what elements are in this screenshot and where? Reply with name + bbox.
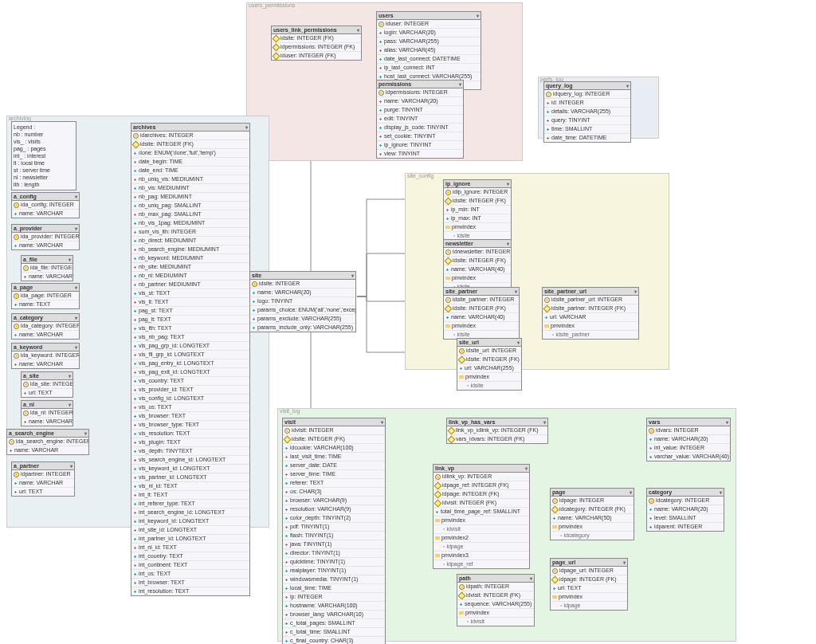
column-icon	[379, 117, 382, 121]
table-header[interactable]: page_url	[551, 559, 627, 567]
table-a_provider[interactable]: a_providerida_provider: INTEGERname: VAR…	[11, 224, 80, 250]
table-header[interactable]: users	[377, 12, 481, 20]
table-header[interactable]: a_site	[22, 372, 73, 380]
table-site_url[interactable]: site_urlidsite_url: INTEGERidsite: INTEG…	[457, 338, 522, 391]
table-header[interactable]: a_category	[12, 314, 79, 322]
table-a_file[interactable]: a_fileida_file: INTEGERname: VARCHAR	[21, 255, 73, 281]
table-archives[interactable]: archivesidarchives: INTEGERidsite: INTEG…	[131, 123, 250, 596]
table-header[interactable]: path	[457, 575, 534, 583]
foreign-key-icon	[551, 505, 559, 513]
column-label: ida_search_engine: INTEGER	[16, 438, 88, 446]
column-icon	[133, 467, 137, 471]
table-header[interactable]: link_vp_has_vars	[447, 418, 547, 426]
column-label: browser_lang: VARCHAR(10)	[290, 611, 363, 618]
table-header[interactable]: site_partner	[444, 288, 519, 296]
table-title: category	[649, 489, 672, 495]
table-users_link_permissions[interactable]: users_link_permissionsidsite: INTEGER (F…	[271, 26, 362, 61]
table-a_category[interactable]: a_categoryida_category: INTEGERname: VAR…	[11, 313, 80, 340]
table-header[interactable]: permissions	[377, 80, 463, 88]
table-header[interactable]: site_url	[457, 339, 521, 347]
foreign-key-icon	[445, 304, 453, 312]
column-label: int_nl_id: TEXT	[139, 544, 177, 552]
table-header[interactable]: link_vp	[434, 465, 529, 473]
table-newsletter[interactable]: newsletteridnewsletter: INTEGERidsite: I…	[443, 239, 512, 292]
table-site[interactable]: siteidsite: INTEGERname: VARCHAR(20)logo…	[249, 271, 356, 332]
column-icon	[445, 268, 449, 272]
table-header[interactable]: a_file	[22, 256, 73, 264]
table-header[interactable]: a_config	[12, 193, 79, 201]
table-row: name: VARCHAR(40)	[444, 265, 511, 274]
table-ip_ignore[interactable]: ip_ignoreidip_ignore: INTEGERidsite: INT…	[443, 179, 512, 241]
table-header[interactable]: a_search_engine	[7, 430, 88, 438]
table-row: name: VARCHAR	[12, 331, 79, 339]
table-a_config[interactable]: a_configida_config: INTEGERname: VARCHAR	[11, 192, 80, 218]
column-icon	[284, 560, 288, 564]
column-label: idparent: INTEGER	[654, 523, 702, 531]
table-vars[interactable]: varsidvars: INTEGERname: VARCHAR(20)int_…	[646, 418, 731, 461]
table-header[interactable]: site	[250, 272, 355, 280]
table-header[interactable]: a_keyword	[12, 344, 79, 351]
table-header[interactable]: a_partner	[12, 462, 74, 470]
column-icon	[133, 406, 137, 410]
table-header[interactable]: a_provider	[12, 225, 79, 233]
table-row: name: VARCHAR	[7, 446, 88, 454]
table-header[interactable]: page	[551, 489, 634, 497]
table-row: int_country: TEXT	[131, 552, 249, 561]
table-path[interactable]: pathidpath: INTEGERidvisit: INTEGER (FK)…	[457, 574, 535, 626]
table-row: realplayer: TINYINT(1)	[283, 567, 385, 575]
table-header[interactable]: a_nl	[22, 401, 73, 409]
table-a_page[interactable]: a_pageida_page: INTEGERname: TEXT	[11, 283, 80, 309]
table-row: done: ENUM('done','full','temp')	[131, 149, 249, 158]
table-page_url[interactable]: page_urlidpage_url: INTEGERidpage: INTEG…	[550, 558, 628, 611]
table-link_vp_has_vars[interactable]: link_vp_has_varslink_vp_idlink_vp: INTEG…	[446, 418, 548, 444]
legend-line: vis_ : visits	[14, 138, 74, 145]
column-label: pmvindex	[551, 322, 575, 330]
table-category[interactable]: categoryidcategory: INTEGERname: VARCHAR…	[646, 488, 724, 532]
table-query_log[interactable]: query_logidquery_log: INTEGERid: INTEGER…	[543, 81, 631, 143]
table-site_partner[interactable]: site_partneridsite_partner: INTEGERidsit…	[443, 287, 520, 340]
table-header[interactable]: visit	[283, 418, 385, 426]
table-link_vp[interactable]: link_vpidlink_vp: INTEGERidpage_ref: INT…	[433, 464, 530, 569]
column-label: int_continent: TEXT	[139, 561, 187, 569]
table-row: idsite: INTEGER	[250, 280, 355, 289]
column-icon	[133, 187, 137, 190]
column-label: nb_direct: MEDIUMINT	[139, 237, 196, 245]
table-a_site[interactable]: a_siteida_site: INTEGERurl: TEXT	[21, 371, 73, 398]
table-header[interactable]: archives	[131, 124, 249, 132]
table-users[interactable]: usersiduser: INTEGERlogin: VARCHAR(20)pa…	[376, 11, 481, 90]
table-header[interactable]: ip_ignore	[444, 180, 511, 188]
column-label: date_time: DATETIME	[551, 134, 607, 142]
table-header[interactable]: site_partner_url	[543, 288, 638, 296]
column-label: idsite: INTEGER (FK)	[453, 197, 506, 205]
table-header[interactable]: a_page	[12, 284, 79, 292]
table-a_search_engine[interactable]: a_search_engineida_search_engine: INTEGE…	[6, 429, 89, 455]
column-icon	[284, 490, 288, 494]
table-header[interactable]: vars	[647, 418, 730, 426]
table-row: idquery_log: INTEGER	[544, 90, 630, 99]
table-row: ◦ idvisit	[457, 618, 534, 626]
column-label: vis_lt: TEXT	[139, 298, 169, 306]
legend-line: Legend :	[14, 124, 74, 131]
key-icon	[546, 92, 551, 97]
table-header[interactable]: category	[647, 489, 724, 497]
table-header[interactable]: users_link_permissions	[272, 26, 361, 34]
table-visit[interactable]: visitidvisit: INTEGERidsite: INTEGER (FK…	[282, 418, 386, 644]
table-a_nl[interactable]: a_nlida_nl: INTEGERname: VARCHAR	[21, 400, 73, 426]
column-icon	[133, 414, 137, 418]
table-permissions[interactable]: permissionsidpermissions: INTEGERname: V…	[376, 80, 464, 159]
table-header[interactable]: newsletter	[444, 240, 511, 248]
column-label: pass: VARCHAR(255)	[384, 37, 439, 45]
table-a_partner[interactable]: a_partneridpartner: INTEGERname: VARCHAR…	[11, 461, 75, 497]
key-icon	[379, 22, 384, 27]
column-icon	[284, 604, 288, 608]
column-label: vis_depth: TINYTEXT	[139, 447, 193, 455]
column-label: nb_pag: MEDIUMINT	[139, 193, 192, 201]
column-label: hostname: VARCHAR(100)	[290, 602, 358, 610]
table-page[interactable]: pageidpage: INTEGERidcategory: INTEGER (…	[550, 488, 634, 540]
column-icon	[284, 508, 288, 512]
table-a_keyword[interactable]: a_keywordida_keyword: INTEGERname: VARCH…	[11, 343, 80, 369]
column-icon	[284, 552, 288, 556]
table-header[interactable]: query_log	[544, 82, 630, 90]
key-icon	[133, 133, 139, 139]
table-site_partner_url[interactable]: site_partner_urlidsite_partner_url: INTE…	[542, 287, 639, 340]
